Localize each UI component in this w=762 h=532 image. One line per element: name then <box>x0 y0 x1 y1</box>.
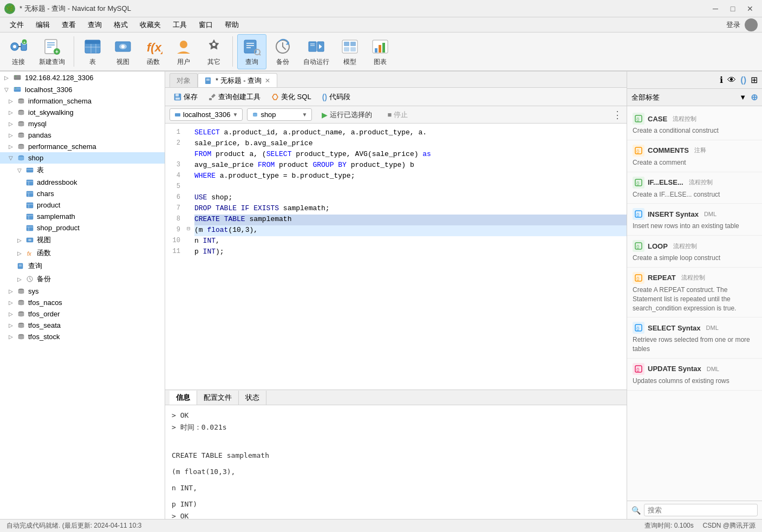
connection-selector-text: localhost_3306 <box>183 111 230 119</box>
menu-file[interactable]: 文件 <box>4 19 29 31</box>
table-product[interactable]: product <box>0 199 165 211</box>
db-performance-schema[interactable]: ▷ performance_schema <box>0 141 165 152</box>
svg-text:fx: fx <box>27 251 32 257</box>
query-builder-button[interactable]: 查询创建工具 <box>204 90 265 103</box>
menu-window[interactable]: 窗口 <box>193 19 218 31</box>
rs-case-tag: 流程控制 <box>673 115 696 123</box>
search-icon: 🔍 <box>631 506 641 515</box>
stop-button[interactable]: ■ 停止 <box>382 108 413 121</box>
svg-rect-30 <box>309 42 316 51</box>
db-information-schema[interactable]: ▷ information_schema <box>0 95 165 107</box>
bottom-tab-config[interactable]: 配置文件 <box>197 391 239 405</box>
maximize-button[interactable]: □ <box>725 1 740 16</box>
rs-dropdown-arrow[interactable]: ▼ <box>739 93 746 101</box>
output-ok1: > OK <box>172 411 188 419</box>
tab-query[interactable]: * 无标题 - 查询 ✕ <box>198 73 277 87</box>
rs-item-insert[interactable]: {} INSERT Syntax DML Insert new rows int… <box>627 204 762 236</box>
grid-icon[interactable]: ⊞ <box>751 75 758 85</box>
tab-object-label: 对象 <box>177 76 191 86</box>
menu-query[interactable]: 查询 <box>82 19 107 31</box>
bottom-tab-status[interactable]: 状态 <box>239 391 266 405</box>
code-line-1: 1 SELECT a.product_id, a.product_name, a… <box>165 128 627 139</box>
info-icon[interactable]: ℹ <box>720 75 723 85</box>
database-selector[interactable]: shop ▼ <box>247 108 312 121</box>
toolbar-user[interactable]: 用户 <box>170 35 198 69</box>
toolbar-model[interactable]: 模型 <box>336 35 364 69</box>
search-input[interactable] <box>644 504 758 516</box>
shop-tables-group[interactable]: ▽ 表 <box>0 164 165 177</box>
connection-item-1[interactable]: ▷ 192.168.42.128_3306 <box>0 72 165 83</box>
rs-item-case[interactable]: {} CASE 流程控制 Create a conditional constr… <box>627 108 762 140</box>
db-tfos-stock[interactable]: ▷ tfos_stock <box>0 331 165 342</box>
login-button[interactable]: 登录 <box>726 20 740 30</box>
shop-backup-group[interactable]: ▷ 备份 <box>0 273 165 286</box>
db-iot-skywalking[interactable]: ▷ iot_skywalking <box>0 107 165 118</box>
run-selected-button[interactable]: ▶ 运行已选择的 <box>316 108 377 121</box>
rs-update-title: UPDATE Syntax <box>648 365 701 373</box>
toolbar-table[interactable]: 表 <box>79 35 107 69</box>
bottom-tab-info[interactable]: 信息 <box>170 391 197 405</box>
toolbar-other[interactable]: 其它 <box>200 35 228 69</box>
menu-help[interactable]: 帮助 <box>219 19 244 31</box>
table-shop-product[interactable]: shop_product <box>0 222 165 233</box>
toolbar-query[interactable]: 查询 <box>237 34 266 69</box>
rs-item-repeat[interactable]: {} REPEAT 流程控制 Create A REPEAT construct… <box>627 268 762 317</box>
svg-rect-36 <box>350 42 356 46</box>
rs-add-icon[interactable]: ⊕ <box>751 92 758 102</box>
tab-close-button[interactable]: ✕ <box>265 77 270 85</box>
toolbar-view[interactable]: 视图 <box>109 35 137 69</box>
output-sql-2: (m float(10,3), <box>172 466 620 478</box>
brackets-icon[interactable]: () <box>740 75 746 85</box>
rs-item-update[interactable]: {} UPDATE Syntax DML Updates columns of … <box>627 359 762 391</box>
code-editor[interactable]: 1 SELECT a.product_id, a.product_name, a… <box>165 124 627 390</box>
toolbar-func[interactable]: f(x) 函数 <box>139 35 167 69</box>
toolbar-connect[interactable]: + 连接 <box>4 35 32 69</box>
output-sql-1: CREATE TABLE samplemath <box>172 450 620 462</box>
menu-format[interactable]: 格式 <box>108 19 133 31</box>
rs-item-loop[interactable]: {} LOOP 流程控制 Create a simple loop constr… <box>627 236 762 268</box>
db-shop[interactable]: ▽ shop <box>0 152 165 164</box>
table-addressbook[interactable]: addressbook <box>0 177 165 188</box>
user-avatar[interactable] <box>745 18 758 31</box>
menu-view[interactable]: 查看 <box>56 19 81 31</box>
save-button[interactable]: 保存 <box>170 90 202 103</box>
rs-item-comments[interactable]: {} COMMENTS 注释 Create a comment <box>627 140 762 172</box>
table-chars[interactable]: chars <box>0 188 165 199</box>
svg-rect-63 <box>27 203 33 208</box>
svg-rect-42 <box>382 43 385 53</box>
eye-icon[interactable]: 👁 <box>727 75 736 85</box>
shop-funcs-group[interactable]: ▷ fx 函数 <box>0 246 165 259</box>
more-options-button[interactable]: ⋮ <box>613 109 622 121</box>
toolbar-newquery[interactable]: + 新建查询 <box>35 35 69 69</box>
funcs-group-icon: fx <box>26 249 34 257</box>
db-mysql[interactable]: ▷ mysql <box>0 118 165 129</box>
table-samplemath-label: samplemath <box>37 212 75 220</box>
connection-selector[interactable]: localhost_3306 ▼ <box>170 108 243 121</box>
db-tfos-order[interactable]: ▷ tfos_order <box>0 308 165 320</box>
connection-item-2[interactable]: ▽ localhost_3306 <box>0 83 165 95</box>
rs-item-select[interactable]: {} SELECT Syntax DML Retrieve rows selec… <box>627 317 762 359</box>
table-addressbook-label: addressbook <box>37 178 77 186</box>
toolbar-autorun[interactable]: 自动运行 <box>299 35 334 69</box>
menu-tools[interactable]: 工具 <box>167 19 192 31</box>
table-samplemath[interactable]: samplemath <box>0 211 165 222</box>
rs-item-ifelse[interactable]: {} IF...ELSE... 流程控制 Create a IF...ELSE.… <box>627 172 762 204</box>
minimize-button[interactable]: ─ <box>708 1 723 16</box>
shop-views-group[interactable]: ▷ 视图 <box>0 233 165 246</box>
backup-label: 备份 <box>276 57 289 67</box>
shop-queries-group[interactable]: 查询 <box>0 259 165 273</box>
db-tfos-nacos[interactable]: ▷ tfos_nacos <box>0 297 165 308</box>
db-tfos-seata[interactable]: ▷ tfos_seata <box>0 320 165 331</box>
db-pandas[interactable]: ▷ pandas <box>0 129 165 141</box>
snippet-button[interactable]: () 代码段 <box>318 90 355 103</box>
beautify-button[interactable]: 美化 SQL <box>267 90 316 103</box>
toolbar-chart[interactable]: 图表 <box>366 35 394 69</box>
menu-edit[interactable]: 编辑 <box>30 19 55 31</box>
tab-object[interactable]: 对象 <box>170 73 198 87</box>
close-button[interactable]: ✕ <box>743 1 758 16</box>
fold-button[interactable]: ⊟ <box>187 225 194 236</box>
db-sys[interactable]: ▷ sys <box>0 286 165 297</box>
menu-favorites[interactable]: 收藏夹 <box>134 19 166 31</box>
toolbar-backup[interactable]: 备份 <box>269 35 297 69</box>
app-icon: 🌿 <box>4 3 15 14</box>
